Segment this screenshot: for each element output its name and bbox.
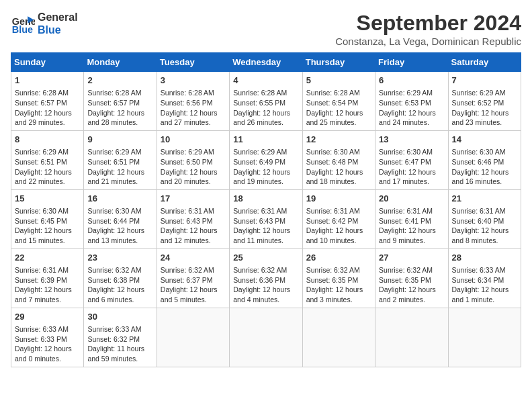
day-number: 20 [379,193,444,205]
calendar: SundayMondayTuesdayWednesdayThursdayFrid… [11,52,521,367]
day-cell-2: 2Sunrise: 6:28 AM Sunset: 6:57 PM Daylig… [84,72,157,131]
day-cell-15: 15Sunrise: 6:30 AM Sunset: 6:45 PM Dayli… [11,189,84,248]
day-number: 9 [87,134,152,146]
day-info: Sunrise: 6:31 AM Sunset: 6:40 PM Dayligh… [452,206,517,246]
day-info: Sunrise: 6:29 AM Sunset: 6:49 PM Dayligh… [233,147,298,187]
day-info: Sunrise: 6:28 AM Sunset: 6:56 PM Dayligh… [161,88,226,128]
week-row-3: 15Sunrise: 6:30 AM Sunset: 6:45 PM Dayli… [11,189,521,248]
day-info: Sunrise: 6:31 AM Sunset: 6:43 PM Dayligh… [161,206,226,246]
day-cell-10: 10Sunrise: 6:29 AM Sunset: 6:50 PM Dayli… [157,130,229,189]
location-subtitle: Constanza, La Vega, Dominican Republic [335,36,521,47]
day-number: 21 [452,193,517,205]
day-info: Sunrise: 6:31 AM Sunset: 6:42 PM Dayligh… [306,206,371,246]
day-info: Sunrise: 6:28 AM Sunset: 6:57 PM Dayligh… [15,88,80,128]
logo: General Blue General Blue [11,11,78,36]
day-cell-14: 14Sunrise: 6:30 AM Sunset: 6:46 PM Dayli… [448,130,521,189]
day-cell-29: 29Sunrise: 6:33 AM Sunset: 6:33 PM Dayli… [11,308,84,367]
day-info: Sunrise: 6:32 AM Sunset: 6:36 PM Dayligh… [233,265,298,305]
logo-blue: Blue [38,24,78,36]
day-number: 11 [233,134,298,146]
day-number: 4 [233,75,298,87]
weekday-header-wednesday: Wednesday [230,53,302,72]
day-info: Sunrise: 6:31 AM Sunset: 6:41 PM Dayligh… [379,206,444,246]
day-info: Sunrise: 6:30 AM Sunset: 6:48 PM Dayligh… [306,147,371,187]
empty-cell [375,308,448,367]
day-number: 5 [306,75,371,87]
day-cell-18: 18Sunrise: 6:31 AM Sunset: 6:43 PM Dayli… [230,189,302,248]
day-number: 30 [87,311,152,323]
week-row-2: 8Sunrise: 6:29 AM Sunset: 6:51 PM Daylig… [11,130,521,189]
day-number: 19 [306,193,371,205]
day-cell-3: 3Sunrise: 6:28 AM Sunset: 6:56 PM Daylig… [157,72,229,131]
day-cell-19: 19Sunrise: 6:31 AM Sunset: 6:42 PM Dayli… [302,189,375,248]
day-info: Sunrise: 6:28 AM Sunset: 6:57 PM Dayligh… [87,88,152,128]
day-number: 13 [379,134,444,146]
day-cell-21: 21Sunrise: 6:31 AM Sunset: 6:40 PM Dayli… [448,189,521,248]
weekday-header-friday: Friday [375,53,448,72]
weekday-header-tuesday: Tuesday [157,53,229,72]
day-info: Sunrise: 6:33 AM Sunset: 6:34 PM Dayligh… [452,265,517,305]
day-cell-1: 1Sunrise: 6:28 AM Sunset: 6:57 PM Daylig… [11,72,84,131]
day-cell-16: 16Sunrise: 6:30 AM Sunset: 6:44 PM Dayli… [84,189,157,248]
day-cell-7: 7Sunrise: 6:29 AM Sunset: 6:52 PM Daylig… [448,72,521,131]
day-number: 8 [15,134,80,146]
day-cell-5: 5Sunrise: 6:28 AM Sunset: 6:54 PM Daylig… [302,72,375,131]
day-cell-8: 8Sunrise: 6:29 AM Sunset: 6:51 PM Daylig… [11,130,84,189]
month-title: September 2024 [335,11,521,36]
day-info: Sunrise: 6:32 AM Sunset: 6:35 PM Dayligh… [306,265,371,305]
logo-general: General [38,11,78,24]
day-info: Sunrise: 6:31 AM Sunset: 6:43 PM Dayligh… [233,206,298,246]
day-info: Sunrise: 6:29 AM Sunset: 6:51 PM Dayligh… [15,147,80,187]
day-info: Sunrise: 6:28 AM Sunset: 6:55 PM Dayligh… [233,88,298,128]
day-number: 16 [87,193,152,205]
weekday-header-saturday: Saturday [448,53,521,72]
day-cell-4: 4Sunrise: 6:28 AM Sunset: 6:55 PM Daylig… [230,72,302,131]
day-number: 14 [452,134,517,146]
empty-cell [157,308,229,367]
day-number: 10 [161,134,226,146]
title-area: September 2024 Constanza, La Vega, Domin… [335,11,521,47]
day-cell-20: 20Sunrise: 6:31 AM Sunset: 6:41 PM Dayli… [375,189,448,248]
day-cell-12: 12Sunrise: 6:30 AM Sunset: 6:48 PM Dayli… [302,130,375,189]
day-number: 12 [306,134,371,146]
day-info: Sunrise: 6:30 AM Sunset: 6:46 PM Dayligh… [452,147,517,187]
day-info: Sunrise: 6:29 AM Sunset: 6:53 PM Dayligh… [379,88,444,128]
day-cell-26: 26Sunrise: 6:32 AM Sunset: 6:35 PM Dayli… [302,248,375,308]
day-info: Sunrise: 6:32 AM Sunset: 6:37 PM Dayligh… [161,265,226,305]
day-info: Sunrise: 6:30 AM Sunset: 6:47 PM Dayligh… [379,147,444,187]
day-number: 27 [379,252,444,264]
day-number: 23 [87,252,152,264]
week-row-5: 29Sunrise: 6:33 AM Sunset: 6:33 PM Dayli… [11,308,521,367]
day-cell-6: 6Sunrise: 6:29 AM Sunset: 6:53 PM Daylig… [375,72,448,131]
empty-cell [448,308,521,367]
day-number: 1 [15,75,80,87]
day-number: 25 [233,252,298,264]
day-cell-11: 11Sunrise: 6:29 AM Sunset: 6:49 PM Dayli… [230,130,302,189]
empty-cell [230,308,302,367]
day-cell-28: 28Sunrise: 6:33 AM Sunset: 6:34 PM Dayli… [448,248,521,308]
day-info: Sunrise: 6:32 AM Sunset: 6:38 PM Dayligh… [87,265,152,305]
day-number: 7 [452,75,517,87]
header: General Blue General Blue September 2024… [11,11,521,47]
day-info: Sunrise: 6:33 AM Sunset: 6:32 PM Dayligh… [87,324,152,364]
day-number: 28 [452,252,517,264]
day-info: Sunrise: 6:29 AM Sunset: 6:50 PM Dayligh… [161,147,226,187]
day-info: Sunrise: 6:31 AM Sunset: 6:39 PM Dayligh… [15,265,80,305]
day-cell-30: 30Sunrise: 6:33 AM Sunset: 6:32 PM Dayli… [84,308,157,367]
day-number: 18 [233,193,298,205]
day-number: 26 [306,252,371,264]
day-cell-22: 22Sunrise: 6:31 AM Sunset: 6:39 PM Dayli… [11,248,84,308]
logo-icon: General Blue [11,11,35,36]
day-cell-25: 25Sunrise: 6:32 AM Sunset: 6:36 PM Dayli… [230,248,302,308]
empty-cell [302,308,375,367]
day-number: 15 [15,193,80,205]
weekday-header-row: SundayMondayTuesdayWednesdayThursdayFrid… [11,53,521,72]
week-row-1: 1Sunrise: 6:28 AM Sunset: 6:57 PM Daylig… [11,72,521,131]
day-cell-23: 23Sunrise: 6:32 AM Sunset: 6:38 PM Dayli… [84,248,157,308]
day-info: Sunrise: 6:29 AM Sunset: 6:52 PM Dayligh… [452,88,517,128]
day-number: 2 [87,75,152,87]
day-cell-24: 24Sunrise: 6:32 AM Sunset: 6:37 PM Dayli… [157,248,229,308]
day-cell-9: 9Sunrise: 6:29 AM Sunset: 6:51 PM Daylig… [84,130,157,189]
weekday-header-monday: Monday [84,53,157,72]
day-info: Sunrise: 6:30 AM Sunset: 6:44 PM Dayligh… [87,206,152,246]
